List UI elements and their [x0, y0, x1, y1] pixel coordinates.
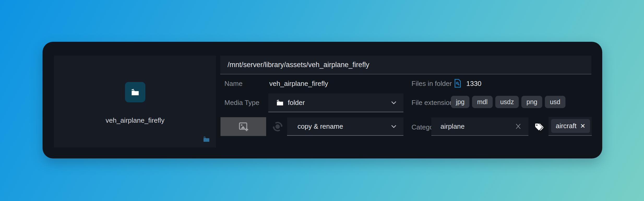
- file-extension-chips: jpg mdl usdz png usd: [451, 96, 565, 108]
- media-type-label: Media Type: [224, 98, 259, 107]
- image-add-icon: [237, 121, 249, 133]
- tag-label: aircraft: [556, 122, 576, 130]
- extension-chip: usdz: [495, 96, 519, 108]
- copy-mode-dropdown[interactable]: copy & rename: [287, 117, 403, 136]
- asset-details-panel: veh_airplane_firefly /mnt/server/library…: [43, 42, 602, 158]
- file-extensions-label: File extensions: [412, 98, 457, 107]
- name-value: veh_airplane_firefly: [269, 79, 328, 88]
- remove-tag-icon[interactable]: ✕: [580, 122, 585, 130]
- category-value: airplane: [440, 122, 465, 131]
- add-image-button[interactable]: [220, 117, 266, 136]
- preview-asset-name: veh_airplane_firefly: [54, 116, 216, 125]
- extension-chip: usd: [545, 96, 565, 108]
- extension-chip: mdl: [472, 96, 492, 108]
- copy-mode-value: copy & rename: [297, 122, 343, 131]
- asset-preview-card: veh_airplane_firefly: [54, 56, 216, 147]
- category-tags-field: aircraft ✕: [548, 117, 592, 136]
- sync-icon[interactable]: [272, 121, 284, 133]
- media-type-value: folder: [288, 98, 305, 107]
- folder-icon: [131, 88, 140, 97]
- file-search-icon[interactable]: [454, 78, 461, 88]
- extension-chip: jpg: [451, 96, 469, 108]
- extension-chip: png: [521, 96, 542, 108]
- tag-chip-aircraft: aircraft ✕: [551, 119, 590, 133]
- media-type-dropdown[interactable]: folder: [268, 93, 403, 112]
- chevron-down-icon: [390, 99, 398, 107]
- chevron-down-icon: [390, 122, 398, 130]
- tags-icon: [534, 122, 544, 132]
- asset-path-input[interactable]: /mnt/server/library/assets/veh_airplane_…: [220, 56, 591, 74]
- files-in-folder-count: 1330: [466, 79, 481, 88]
- files-in-folder-label: Files in folder: [412, 79, 452, 88]
- folder-icon: [276, 99, 284, 107]
- folder-thumbnail-badge: [125, 82, 145, 102]
- folder-type-icon: [203, 135, 210, 143]
- category-input[interactable]: airplane: [431, 117, 528, 136]
- x-clear-icon[interactable]: [515, 123, 522, 130]
- name-label: Name: [224, 79, 242, 88]
